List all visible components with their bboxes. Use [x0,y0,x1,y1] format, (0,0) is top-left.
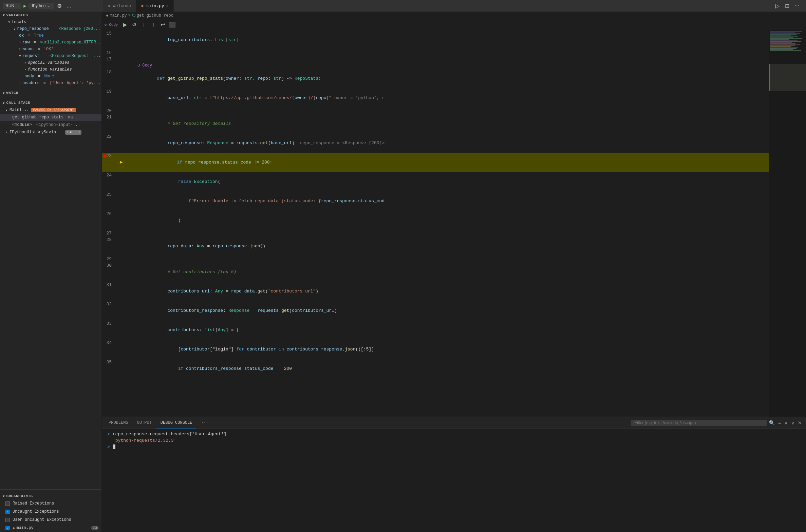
code-line-16: 16 [102,50,769,56]
filter-search-icon[interactable]: 🔍 [768,420,776,425]
tab-problems[interactable]: PROBLEMS [105,417,132,429]
callstack-item-get-github[interactable]: get_github_repo_stats ma... [0,114,101,121]
cody-icon: ↺ Cody [105,22,118,27]
console-input-1: repo_response.request.headers['User-Agen… [113,432,226,437]
paused-badge: PAUSED ON BREAKPOINT [31,108,76,112]
filter-up-icon[interactable]: ∧ [783,420,789,425]
code-content: 15 top_contributors: List[str] 16 17 [102,30,769,417]
call-stack-section: ∨ CALL STACK ∨ MainT... PAUSED ON BREAKP… [0,96,101,136]
bp-uncaught-label: Uncaught Exceptions [13,509,59,514]
bottom-panel: PROBLEMS OUTPUT DEBUG CONSOLE ··· 🔍 ≡ ∧ … [102,417,806,532]
ipython-label: IPython [32,3,46,8]
bp-raised-exceptions: Raised Exceptions [0,499,101,508]
var-headers[interactable]: › headers = {'User-Agent': 'py... [0,80,101,87]
breadcrumb-sep: > [128,13,131,18]
console-line-2: 'python-requests/2.32.3' [107,438,801,443]
var-request[interactable]: ∨ request = <PreparedRequest [... [0,53,101,59]
code-line-25: 25 f"Error: Unable to fetch repo data (s… [102,191,769,211]
step-over-button[interactable]: ↺ [130,21,138,29]
tab-main-py[interactable]: ◈ main.py ✕ [136,0,173,12]
code-line-29: 29 [102,256,769,262]
sidebar: ▼ VARIABLES ∨ Locals ∨ repo_response = <… [0,12,102,532]
tab-debug-console[interactable]: DEBUG CONSOLE [156,417,196,429]
var-special-variables[interactable]: › special variables [0,59,101,66]
divider-1 [0,88,101,88]
variables-header[interactable]: ▼ VARIABLES [0,12,101,19]
minimap [769,30,806,417]
sidebar-spacer [0,136,101,489]
var-raw[interactable]: › raw = <urllib3.response.HTTPR... [0,39,101,46]
code-line-18-cody: ↺ Cody [102,62,769,69]
continue-button[interactable]: ▶ [121,21,129,29]
minimap-highlight [769,64,806,91]
code-line-15: 15 top_contributors: List[str] [102,30,769,50]
callstack-item-module[interactable]: <module> <ipython-input-... [0,121,101,129]
mainpy-tab-icon: ◈ [141,3,144,8]
close-panel-icon[interactable]: ✕ [796,420,803,425]
bp-user-uncaught-label: User Uncaught Exceptions [13,517,71,522]
step-into-button[interactable]: ↓ [140,21,148,29]
breadcrumb: ◈ main.py > ⬡ get_github_repo [102,12,806,19]
panel-filter-input[interactable] [631,420,767,426]
step-back-button[interactable]: ↩ [159,21,167,29]
tab-more[interactable]: ··· [197,417,212,429]
code-line-34: 34 [contributor["login"] for contributor… [102,340,769,359]
main-content: ▼ VARIABLES ∨ Locals ∨ repo_response = <… [0,12,806,532]
code-line-26: 26 ) [102,211,769,230]
bp-raised-checkbox[interactable] [5,501,10,506]
callstack-item-ipython-history[interactable]: › IPythonHistorySavin... PAUSED [0,129,101,136]
ipython-button[interactable]: IPython ⌄ [29,3,54,9]
breakpoints-header[interactable]: ∨ BREAKPOINTS [0,493,101,499]
breakpoints-section: ∨ BREAKPOINTS Raised Exceptions Uncaught… [0,489,101,532]
code-line-28: 28 repo_data: Any = repo_response.json() [102,236,769,256]
bp-mainpy-count: 23 [91,526,99,530]
filter-down-icon[interactable]: ∨ [790,420,796,425]
console-prompt-1: > [107,432,110,437]
more-options-icon[interactable]: ... [65,2,72,10]
raw-chevron: › [19,41,21,44]
console-cursor-line[interactable]: > [107,444,801,450]
tab-output[interactable]: OUTPUT [133,417,156,429]
breadcrumb-fn-icon: ⬡ [132,13,135,18]
breadcrumb-file-icon: ◈ [106,13,108,18]
var-repo-response[interactable]: ∨ repo_response = <Response [200... [0,25,101,32]
code-and-minimap: 15 top_contributors: List[str] 16 17 [102,30,806,417]
code-line-23: 23 ▶ if repo_response.status_code != 200… [102,153,769,172]
welcome-tab-icon: ◈ [108,3,111,8]
split-editor-icon[interactable]: ⊡ [784,2,791,10]
code-line-27: 27 [102,230,769,236]
panel-tabs: PROBLEMS OUTPUT DEBUG CONSOLE ··· 🔍 ≡ ∧ … [102,417,806,429]
console-line-1: > repo_response.request.headers['User-Ag… [107,432,801,437]
watch-label: WATCH [6,91,19,95]
console-output-1: 'python-requests/2.32.3' [113,438,176,443]
callstack-chevron: ∨ [3,101,5,105]
code-line-18: 18 def get_github_repo_stats(owner: str,… [102,69,769,88]
bp-uncaught-checkbox[interactable] [5,510,10,514]
stop-button[interactable]: ⬛ [168,21,176,29]
bp-user-uncaught-exceptions: User Uncaught Exceptions [0,516,101,524]
code-line-31: 31 contributors_url: Any = repo_data.get… [102,282,769,301]
locals-group[interactable]: ∨ Locals [0,19,101,25]
tab-welcome[interactable]: ◈ Welcome [103,0,136,12]
editor-tabs: ◈ Welcome ◈ main.py ✕ [103,0,772,12]
call-stack-header[interactable]: ∨ CALL STACK [0,99,101,106]
variables-section: ▼ VARIABLES ∨ Locals ∨ repo_response = <… [0,12,101,87]
chevron-down-icon: ⌄ [47,3,50,8]
code-line-30: 30 # Get contributors (top 5) [102,262,769,282]
step-out-button[interactable]: ↑ [149,21,157,29]
watch-header[interactable]: ∨ WATCH [0,90,101,96]
debug-arrow: ▶ [120,159,123,166]
bp-mainpy-checkbox[interactable] [5,526,10,530]
close-tab-icon[interactable]: ✕ [166,4,169,8]
var-function-variables[interactable]: › function variables [0,66,101,73]
bp-user-uncaught-checkbox[interactable] [5,518,10,522]
locals-label: Locals [12,20,26,24]
run-action-icon[interactable]: ▷ [774,2,781,10]
callstack-item-main-thread[interactable]: ∨ MainT... PAUSED ON BREAKPOINT [0,106,101,114]
code-line-35: 35 if contributors_response.status_code … [102,359,769,378]
code-editor[interactable]: 15 top_contributors: List[str] 16 17 [102,30,769,417]
filter-list-icon[interactable]: ≡ [777,420,782,425]
run-button[interactable]: RUN ... [3,3,21,9]
gear-icon[interactable]: ⚙ [56,2,63,10]
more-action-icon[interactable]: ··· [793,2,801,10]
